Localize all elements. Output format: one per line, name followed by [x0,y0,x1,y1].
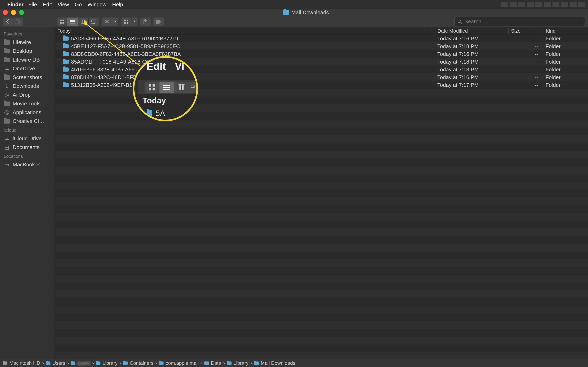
view-columns-button[interactable] [78,17,89,26]
search-input[interactable] [465,18,582,25]
file-name: 83D8CBD0-6F82-4482-A6E1-3BCA0F8287BA [71,51,181,57]
table-row[interactable]: 451FF3F6-832B-4035-A650…Today at 7:18 PM… [55,66,588,73]
empty-row [55,352,588,359]
airdrop-icon: ◎ [4,92,10,98]
sidebar-item[interactable]: Screenshots [0,73,54,82]
svg-rect-10 [91,20,96,22]
table-row[interactable]: 85ADC1FF-F018-4EA9-A818-CC7…Today at 7:1… [55,58,588,66]
sidebar-item[interactable]: ☁OneDrive [0,64,54,73]
tray-item[interactable] [544,2,551,7]
arrange-dropdown[interactable]: ✽ [102,17,118,26]
window-close-button[interactable] [3,10,8,15]
tags-button[interactable] [153,17,164,26]
tray-item[interactable] [527,2,534,7]
share-button[interactable] [140,17,151,26]
forward-button[interactable] [13,17,23,26]
path-crumb[interactable]: Mail Downloads [254,360,295,366]
svg-rect-7 [81,20,82,24]
tray-item[interactable] [578,2,585,7]
system-menubar: Finder File Edit View Go Window Help [0,0,588,9]
sidebar-item-label: Downloads [13,83,39,89]
path-crumb[interactable]: Macintosh HD [3,360,40,366]
search-icon [458,19,462,24]
path-crumb-label: Data [211,360,221,366]
column-date-header[interactable]: Date Modified [435,28,508,34]
window-titlebar: Mail Downloads [0,9,588,16]
sidebar-item[interactable]: Creative Cl… [0,117,54,125]
folder-icon [71,361,75,365]
menu-view[interactable]: View [58,1,69,8]
folder-icon [63,60,69,64]
table-row[interactable]: 5AD35466-FBE5-4A4E-A31F-619022B37219Toda… [55,35,588,42]
empty-row [55,159,588,166]
sidebar-item[interactable]: ◎AirDrop [0,91,54,99]
menu-file[interactable]: File [28,1,37,8]
table-row[interactable]: 51312B05-A202-49EF-B1…Today at 7:17 PM--… [55,81,588,89]
window-minimize-button[interactable] [11,10,16,15]
sidebar-item[interactable]: ⤓Downloads [0,82,54,91]
search-field[interactable] [454,17,585,26]
column-name-header[interactable]: Today ⌃ [55,28,435,34]
sidebar-item[interactable]: Desktop [0,47,54,55]
tray-item[interactable] [561,2,568,7]
chevron-right-icon: › [67,360,69,366]
folder-icon [4,101,10,106]
column-size-header[interactable]: Size [508,28,543,34]
group-dropdown[interactable] [121,17,138,26]
file-kind: Folder [543,51,588,57]
file-date: Today at 7:18 PM [435,59,508,65]
menubar-right-tray [501,2,585,7]
empty-row [55,97,588,104]
file-name: 51312B05-A202-49EF-B1… [71,82,138,88]
path-crumb[interactable]: (user) [71,360,90,366]
path-crumb[interactable]: Library [96,360,117,366]
window-zoom-button[interactable] [19,10,24,15]
tray-item[interactable] [518,2,525,7]
file-name: 5AD35466-FBE5-4A4E-A31F-619022B37219 [71,35,178,42]
folder-icon [4,119,10,124]
chevron-down-icon [112,17,118,26]
path-crumb[interactable]: com.apple.mail [159,360,199,366]
view-gallery-button[interactable] [89,17,99,26]
sidebar-item[interactable]: Lifewire DB [0,55,54,64]
empty-row [55,345,588,352]
sidebar-item[interactable]: Movie Tools [0,99,54,108]
chevron-right-icon: › [42,360,44,366]
sidebar-item[interactable]: ▤Documents [0,143,54,152]
column-kind-header[interactable]: Kind [543,28,588,34]
menubar-app-name[interactable]: Finder [7,1,24,8]
tray-item[interactable] [535,2,542,7]
sidebar-item[interactable]: Lifewire [0,38,54,47]
path-crumb[interactable]: Containers [123,360,153,366]
path-crumb[interactable]: Data [204,360,221,366]
menu-window[interactable]: Window [87,1,106,8]
back-button[interactable] [3,17,13,26]
menu-help[interactable]: Help [112,1,123,8]
file-kind: Folder [543,82,588,88]
column-headers: Today ⌃ Date Modified Size Kind [55,27,588,35]
sidebar-item[interactable]: ▭MacBook P… [0,160,54,169]
table-row[interactable]: 878D1471-432C-48D1-BF5…Today at 7:16 PM-… [55,73,588,81]
folder-icon [283,10,289,15]
tray-item[interactable] [570,2,577,7]
menu-edit[interactable]: Edit [43,1,52,8]
path-crumb[interactable]: Users [46,360,65,366]
svg-rect-12 [93,23,94,24]
empty-row [55,104,588,112]
folder-icon [254,361,259,365]
tray-item[interactable] [501,2,508,7]
tray-item[interactable] [553,2,559,7]
tray-item[interactable] [510,2,517,7]
path-crumb-label: Library [103,360,117,366]
empty-row [55,298,588,306]
path-crumb[interactable]: Library [227,360,249,366]
sidebar-item[interactable]: ⒶApplications [0,108,54,117]
view-icons-button[interactable] [57,17,67,26]
table-row[interactable]: 45BE1127-F5A7-4C2B-9581-5B9AEB9835ECToda… [55,42,588,50]
view-list-button[interactable] [67,17,78,26]
sidebar-item[interactable]: ☁iCloud Drive [0,134,54,143]
svg-line-20 [460,22,462,24]
menu-go[interactable]: Go [75,1,82,8]
download-icon: ⤓ [4,84,10,89]
table-row[interactable]: 83D8CBD0-6F82-4482-A6E1-3BCA0F8287BAToda… [55,50,588,58]
